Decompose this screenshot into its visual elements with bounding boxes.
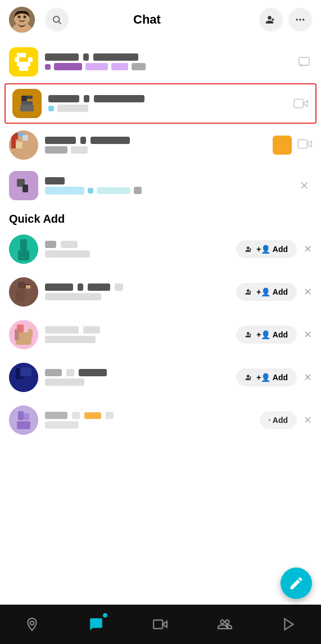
search-button[interactable] <box>45 8 69 31</box>
add-friend-button[interactable]: +👤 Add <box>236 240 297 258</box>
svg-point-52 <box>9 406 38 435</box>
more-options-button[interactable] <box>288 8 312 31</box>
svg-rect-20 <box>27 96 33 99</box>
quick-add-item[interactable]: +👤 Add ✕ <box>0 313 321 356</box>
svg-marker-58 <box>284 619 293 630</box>
svg-rect-41 <box>25 287 33 295</box>
close-icon[interactable]: ✕ <box>296 179 312 192</box>
chat-content <box>45 412 260 429</box>
chat-content <box>45 241 236 258</box>
svg-point-56 <box>30 622 34 625</box>
quick-add-title: Quick Add <box>0 208 321 228</box>
add-friend-button[interactable]: · Add <box>260 411 297 429</box>
quick-add-item[interactable]: +👤 Add ✕ <box>0 228 321 271</box>
svg-rect-11 <box>17 53 21 57</box>
svg-rect-16 <box>19 66 28 71</box>
avatar <box>9 277 38 307</box>
svg-rect-46 <box>15 329 19 340</box>
chat-item[interactable] <box>0 42 321 82</box>
chat-content <box>45 326 236 343</box>
chat-item[interactable]: ✕ <box>0 165 321 206</box>
svg-rect-51 <box>19 379 28 388</box>
dismiss-button[interactable]: ✕ <box>304 328 312 341</box>
svg-rect-40 <box>16 290 25 301</box>
svg-rect-50 <box>20 367 31 376</box>
avatar <box>9 171 38 200</box>
chat-content <box>45 177 296 195</box>
svg-rect-17 <box>299 57 309 65</box>
svg-rect-38 <box>18 282 25 289</box>
chat-content <box>45 283 236 300</box>
compose-fab[interactable] <box>281 568 312 599</box>
svg-rect-36 <box>18 250 29 260</box>
svg-rect-54 <box>24 413 29 420</box>
dismiss-button[interactable]: ✕ <box>304 286 312 298</box>
people-icon <box>217 616 233 632</box>
page-title: Chat <box>133 12 161 27</box>
svg-rect-57 <box>154 620 163 628</box>
nav-item-map[interactable] <box>15 612 49 637</box>
svg-rect-19 <box>21 96 27 101</box>
svg-rect-23 <box>294 99 303 107</box>
avatar <box>9 363 38 392</box>
quick-add-section: Quick Add +👤 Add ✕ <box>0 208 321 442</box>
svg-point-3 <box>18 16 21 19</box>
chat-bubble-icon <box>88 616 104 632</box>
add-friend-button[interactable]: +👤 Add <box>236 326 297 344</box>
svg-point-7 <box>296 19 297 20</box>
svg-rect-53 <box>18 411 24 420</box>
add-friend-button[interactable]: +👤 Add <box>236 368 297 386</box>
bottom-navigation <box>0 605 321 644</box>
nav-item-camera[interactable] <box>143 612 177 637</box>
svg-rect-21 <box>21 101 33 105</box>
avatar[interactable] <box>9 7 35 33</box>
svg-rect-12 <box>21 53 26 57</box>
quick-add-item[interactable]: +👤 Add ✕ <box>0 356 321 399</box>
add-friend-button[interactable] <box>259 8 283 31</box>
avatar <box>9 235 38 264</box>
svg-rect-33 <box>22 184 28 192</box>
camera-icon <box>293 96 309 111</box>
svg-rect-55 <box>17 421 30 429</box>
svg-rect-14 <box>28 57 33 62</box>
dismiss-button[interactable]: ✕ <box>304 371 312 384</box>
svg-rect-35 <box>20 239 27 250</box>
chat-content <box>45 137 273 154</box>
chat-item-selected[interactable] <box>4 83 317 124</box>
svg-rect-15 <box>17 62 30 66</box>
quick-add-item[interactable]: +👤 Add ✕ <box>0 271 321 313</box>
svg-rect-13 <box>15 57 19 62</box>
svg-rect-42 <box>26 285 30 289</box>
header-actions <box>259 8 312 31</box>
play-icon <box>281 616 297 632</box>
avatar <box>9 320 38 349</box>
svg-point-4 <box>24 16 26 19</box>
svg-rect-22 <box>20 105 34 111</box>
nav-item-discover[interactable] <box>272 612 306 637</box>
svg-rect-29 <box>22 135 28 141</box>
svg-rect-30 <box>298 139 307 148</box>
avatar <box>9 47 38 76</box>
svg-rect-47 <box>28 329 33 338</box>
message-icon <box>296 55 312 69</box>
avatar <box>12 89 42 118</box>
chat-right-actions <box>273 136 312 155</box>
svg-rect-25 <box>11 133 18 139</box>
chat-item[interactable] <box>0 125 321 165</box>
quick-add-item[interactable]: · Add ✕ <box>0 399 321 442</box>
nav-item-chat[interactable] <box>79 612 113 637</box>
chat-list: ✕ <box>0 39 321 208</box>
avatar <box>9 406 38 435</box>
chat-content <box>45 53 296 70</box>
add-friend-button[interactable]: +👤 Add <box>236 283 297 301</box>
dismiss-button[interactable]: ✕ <box>304 243 312 255</box>
chat-content <box>48 95 293 112</box>
dismiss-button[interactable]: ✕ <box>304 414 312 426</box>
svg-line-6 <box>58 21 61 24</box>
nav-item-friends[interactable] <box>208 612 242 637</box>
chat-content <box>45 369 236 386</box>
avatar <box>9 130 38 160</box>
camera-icon <box>152 616 168 632</box>
notification-dot <box>103 613 107 618</box>
snap-badge <box>273 136 292 155</box>
